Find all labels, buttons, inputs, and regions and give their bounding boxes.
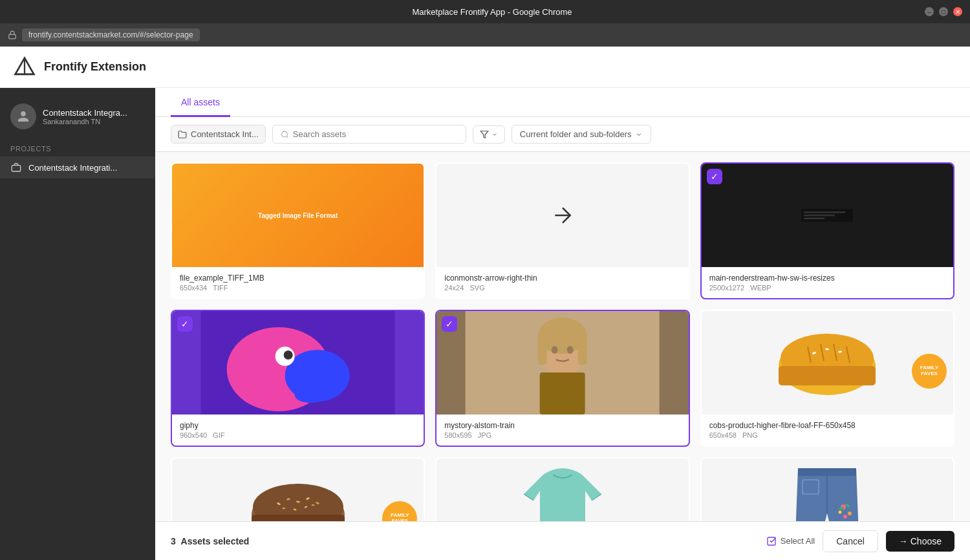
sidebar-projects-label: Projects <box>0 142 155 156</box>
frontify-logo-icon <box>13 56 36 79</box>
arrow-right-icon <box>550 202 576 228</box>
jpg-image <box>436 311 688 415</box>
asset-card-webp[interactable]: ✓ main-renderstream-hw-sw-is-re <box>700 162 954 299</box>
svg-rect-50 <box>798 468 856 476</box>
sidebar-project-name: Contentstack Integrati... <box>28 163 117 173</box>
asset-card-jeans[interactable]: embroidered-jeans <box>700 457 954 521</box>
sidebar-user-info: Contentstack Integra... Sankaranandh TN <box>43 108 127 125</box>
titlebar-title: Marketplace Frontify App - Google Chrome <box>59 7 925 17</box>
close-button[interactable]: ✕ <box>953 7 962 16</box>
search-box[interactable] <box>272 125 466 144</box>
selected-label: Assets selected <box>181 536 250 546</box>
asset-info-gif: giphy 960x540 GIF <box>172 415 424 446</box>
filter-button[interactable] <box>473 125 505 144</box>
svg-point-56 <box>839 511 842 514</box>
asset-grid: Tagged Image File Format file_example_TI… <box>171 162 954 521</box>
asset-meta-svg: 24x24 SVG <box>444 284 680 292</box>
choose-button[interactable]: → Choose <box>886 531 954 552</box>
asset-name-jpg: mystory-alstom-train <box>444 421 680 430</box>
asset-thumbnail-jpg <box>436 311 688 415</box>
assets-selected-label: 3 Assets selected <box>171 536 249 546</box>
svg-point-26 <box>552 346 558 354</box>
svg-point-55 <box>843 515 847 519</box>
select-all-button[interactable]: Select All <box>766 536 815 546</box>
tab-all-assets[interactable]: All assets <box>171 88 230 117</box>
toolbar: Contentstack Int... Current folder and s… <box>155 117 970 152</box>
asset-card-shirt[interactable]: green-shirt <box>435 457 689 521</box>
svg-rect-24 <box>538 336 547 365</box>
asset-info-svg: iconmonstr-arrow-right-thin 24x24 SVG <box>436 267 688 298</box>
breadcrumb-label: Contentstack Int... <box>191 129 259 139</box>
asset-thumbnail-tiff: Tagged Image File Format <box>172 164 424 267</box>
asset-info-webp: main-renderstream-hw-sw-is-resizes 2500x… <box>702 267 953 298</box>
asset-thumbnail-jeans <box>702 458 953 521</box>
project-icon <box>10 162 22 173</box>
minimize-button[interactable]: – <box>925 7 934 16</box>
content-area: All assets Contentstack Int... <box>155 88 970 560</box>
check-badge-webp: ✓ <box>707 169 722 184</box>
sidebar-user: Contentstack Integra... Sankaranandh TN <box>0 98 155 142</box>
shirt-image <box>511 462 614 521</box>
chevron-down-icon <box>491 131 498 138</box>
svg-point-17 <box>284 350 293 360</box>
asset-card-jpg[interactable]: ✓ <box>435 310 689 447</box>
asset-card-tiff[interactable]: Tagged Image File Format file_example_TI… <box>171 162 425 299</box>
svg-point-27 <box>567 346 574 354</box>
app-logo <box>13 56 36 79</box>
breadcrumb-button[interactable]: Contentstack Int... <box>171 125 266 144</box>
asset-meta-webp: 2500x1272 WEBP <box>709 284 945 292</box>
asset-info-tiff: file_example_TIFF_1MB 650x434 TIFF <box>172 267 424 298</box>
search-icon <box>281 130 289 139</box>
sidebar-username: Contentstack Integra... <box>43 108 127 118</box>
asset-name-tiff: file_example_TIFF_1MB <box>180 274 416 283</box>
titlebar-controls: – □ ✕ <box>925 7 962 16</box>
check-badge-jpg: ✓ <box>442 316 457 332</box>
svg-line-6 <box>286 136 288 137</box>
search-input[interactable] <box>293 129 458 139</box>
asset-grid-container[interactable]: Tagged Image File Format file_example_TI… <box>155 152 970 521</box>
svg-rect-12 <box>804 218 824 219</box>
asset-thumbnail-gif <box>172 311 424 415</box>
asset-name-webp: main-renderstream-hw-sw-is-resizes <box>709 274 945 283</box>
titlebar: Marketplace Frontify App - Google Chrome… <box>0 0 970 23</box>
asset-thumbnail-webp <box>702 164 953 267</box>
asset-thumbnail-svg <box>436 164 688 267</box>
briefcase-icon <box>11 162 21 173</box>
asset-thumbnail-seeded: FAMILY FAVES <box>172 458 424 521</box>
app-title: Frontify Extension <box>44 60 146 74</box>
gif-image <box>172 311 424 415</box>
asset-card-svg[interactable]: iconmonstr-arrow-right-thin 24x24 SVG <box>435 162 689 299</box>
svg-point-54 <box>848 512 852 515</box>
asset-card-bread[interactable]: FAMILY FAVES cobs-product-higher-fibre-l… <box>700 310 954 447</box>
filter-icon <box>480 130 489 139</box>
lock-icon <box>8 30 17 39</box>
svg-rect-59 <box>768 537 775 545</box>
webp-image <box>702 164 953 267</box>
chevron-down-folder-icon <box>635 131 643 138</box>
svg-rect-4 <box>12 166 20 171</box>
folder-icon <box>178 130 187 139</box>
tiff-image: Tagged Image File Format <box>172 164 424 267</box>
bottom-actions: Select All Cancel → Choose <box>766 530 954 552</box>
asset-card-gif[interactable]: ✓ giphy <box>171 310 425 447</box>
addressbar: frontify.contentstackmarket.com/#/select… <box>0 23 970 47</box>
svg-rect-11 <box>804 215 835 216</box>
jeans-image <box>775 462 879 521</box>
svg-point-5 <box>281 131 287 137</box>
sidebar-item-project[interactable]: Contentstack Integrati... <box>0 156 155 178</box>
select-all-icon <box>766 536 777 546</box>
svg-rect-30 <box>779 366 876 385</box>
family-faves-badge-seeded: FAMILY FAVES <box>382 501 417 521</box>
family-faves-badge-bread: FAMILY FAVES <box>912 354 947 389</box>
asset-card-seeded[interactable]: FAMILY FAVES bread-seeded <box>171 457 425 521</box>
asset-info-jpg: mystory-alstom-train 580x595 JPG <box>436 415 688 446</box>
maximize-button[interactable]: □ <box>939 7 948 16</box>
asset-name-bread: cobs-product-higher-fibre-loaf-FF-650x45… <box>709 421 945 430</box>
cancel-button[interactable]: Cancel <box>823 530 878 552</box>
check-badge-gif: ✓ <box>177 316 193 332</box>
sidebar: Contentstack Integra... Sankaranandh TN … <box>0 88 155 560</box>
addressbar-url[interactable]: frontify.contentstackmarket.com/#/select… <box>22 28 200 41</box>
folder-dropdown[interactable]: Current folder and sub-folders <box>512 125 652 144</box>
bread-image <box>762 321 892 405</box>
main-layout: Contentstack Integra... Sankaranandh TN … <box>0 88 970 560</box>
